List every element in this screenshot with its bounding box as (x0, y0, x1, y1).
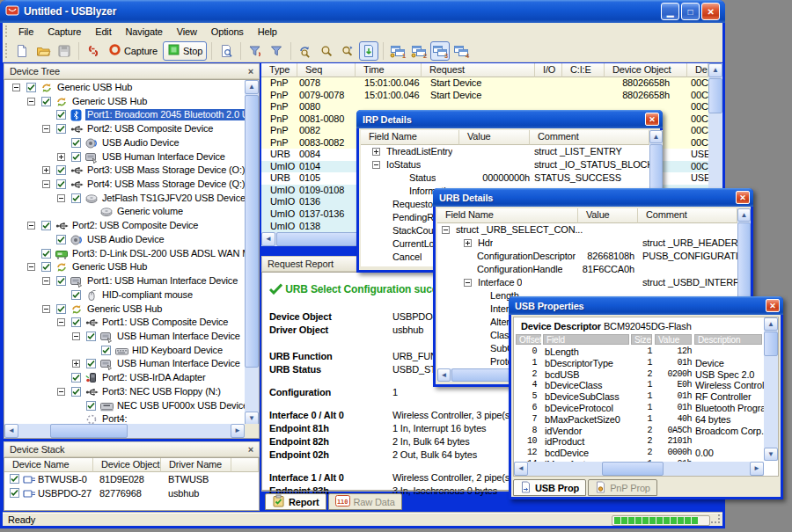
device-tree-hscrollbar[interactable]: ◄ ► (4, 424, 245, 438)
detail-row[interactable]: Hdrstruct _URB_HEADER (437, 237, 737, 250)
autoscroll-button[interactable] (359, 41, 378, 61)
close-button[interactable]: ✕ (701, 3, 720, 20)
tree-item[interactable]: Port3: D-Link DSL-200 USB ADSL WAN Modem (5, 247, 245, 261)
detail-row[interactable]: ThreadListEntrystruct _LIST_ENTRY (361, 145, 649, 158)
tree-item[interactable]: Port3: NEC USB Floppy (N:) (5, 385, 245, 399)
checkbox-checked[interactable] (41, 262, 51, 272)
collapse-icon[interactable] (57, 388, 65, 396)
tree-item[interactable]: HID Keyboard Device (5, 344, 245, 358)
menu-view[interactable]: View (170, 25, 204, 39)
open-file-button[interactable] (33, 41, 53, 61)
irp-details-titlebar[interactable]: IRP Details ✕ (356, 110, 663, 128)
checkbox-checked[interactable] (101, 346, 111, 355)
tree-item[interactable]: Port1: Broadcom 2045 Bluetooth 2.0 USB (5, 108, 245, 122)
collapse-icon[interactable] (27, 222, 35, 230)
usb-properties-vscrollbar[interactable]: ▲ ▼ (764, 317, 778, 461)
layout-4-button[interactable]: 4 (451, 41, 471, 61)
collapse-icon[interactable] (57, 194, 65, 202)
expand-icon[interactable] (72, 360, 80, 368)
descriptor-row[interactable]: 2bcdUSB20200hUSB Spec 2.0 (514, 369, 762, 381)
descriptor-row[interactable]: 10idProduct22101h (514, 436, 762, 448)
tree-item[interactable]: USB Human Interface Device (5, 150, 245, 164)
tree-item[interactable]: USB Audio Device (5, 233, 245, 247)
collapse-icon[interactable] (72, 332, 80, 340)
title-bar[interactable]: Untitled - USBlyzer ▁ □ ✕ (0, 0, 725, 23)
collapse-icon[interactable] (12, 84, 20, 91)
checkbox-checked[interactable] (41, 249, 51, 259)
column-header-field-name[interactable]: Field Name (361, 130, 459, 145)
column-header-request[interactable]: Request (422, 63, 535, 77)
layout-1-button[interactable]: 1 (388, 41, 407, 61)
find-button[interactable] (317, 41, 336, 61)
descriptor-row[interactable]: 7bMaxPacketSize0140h64 bytes (514, 414, 762, 426)
column-header-time[interactable]: Time (356, 63, 422, 77)
find-next-button[interactable] (338, 41, 357, 61)
column-header-c-i-e[interactable]: C:I:E (562, 63, 605, 77)
descriptor-row[interactable]: 12bcdDevice20000h0.00 (514, 448, 762, 459)
tree-item[interactable]: Generic volume (5, 205, 245, 219)
checkbox-checked[interactable] (41, 97, 51, 106)
prop-column-value[interactable]: Value (655, 334, 692, 345)
expand-icon[interactable] (42, 166, 50, 174)
column-header-device-object[interactable]: Device Object (93, 458, 161, 472)
device-tree-close-icon[interactable]: × (248, 68, 253, 76)
column-header-value[interactable]: Value (578, 208, 638, 223)
checkbox-checked[interactable] (10, 488, 19, 498)
layout-3-button[interactable]: 3 (430, 41, 450, 61)
checkbox-checked[interactable] (56, 276, 66, 286)
checkbox-checked[interactable] (71, 317, 81, 327)
tree-item[interactable]: Port2: USB-IrDA Adapter (5, 371, 245, 385)
checkbox-checked[interactable] (10, 474, 19, 484)
detail-row[interactable]: IoStatusstruct _IO_STATUS_BLOCK (361, 158, 649, 171)
collapse-icon[interactable] (42, 125, 50, 133)
tree-item[interactable]: JetFlash TS1GJFV20 USB Device (5, 192, 245, 206)
checkbox-checked[interactable] (56, 304, 66, 314)
report-tab-report[interactable]: Report (265, 493, 326, 510)
device-tree-vscrollbar[interactable]: ▲ ▼ (245, 80, 259, 426)
new-file-button[interactable] (12, 41, 32, 61)
detail-row[interactable]: ConfigurationDescriptor82668108hPUSB_CON… (437, 250, 737, 263)
checkbox-checked[interactable] (26, 83, 36, 92)
checkbox-checked[interactable] (56, 124, 66, 134)
filter-capture-button[interactable] (246, 41, 265, 61)
checkbox-checked[interactable] (41, 221, 51, 230)
tree-item[interactable]: Port1: USB Human Interface Device (5, 274, 245, 288)
descriptor-row[interactable]: 5bDeviceSubClass101hRF Controller (514, 391, 762, 403)
tree-item[interactable]: USB Human Interface Device (5, 357, 245, 371)
detail-row[interactable]: struct _URB_SELECT_CON... (437, 223, 737, 237)
expand-icon[interactable] (372, 148, 380, 156)
checkbox-checked[interactable] (71, 373, 81, 383)
find-previous-button[interactable] (296, 41, 315, 61)
prop-column-offset[interactable]: Offset (516, 334, 541, 345)
column-header-i-o[interactable]: I/O (535, 63, 562, 77)
irp-details-close-icon[interactable]: ✕ (645, 113, 659, 126)
column-header-seq[interactable]: Seq (297, 63, 356, 77)
descriptor-row[interactable]: 8idVendor20A5ChBroadcom Corp. (514, 426, 762, 437)
device-stack-row[interactable]: USBPDO-2782776968usbhub (4, 486, 259, 500)
checkbox-checked[interactable] (71, 152, 81, 162)
capture-button[interactable]: Capture (105, 41, 161, 61)
checkbox-checked[interactable] (56, 165, 66, 175)
menu-grip[interactable] (5, 26, 8, 37)
save-button[interactable] (55, 41, 74, 61)
filter-display-button[interactable] (267, 41, 286, 61)
expand-icon[interactable] (57, 153, 65, 161)
event-row[interactable]: PnP007815:01:00.046Start Device88026658h… (261, 77, 708, 90)
urb-details-titlebar[interactable]: URB Details ✕ (433, 188, 753, 207)
column-header-de[interactable]: De (687, 63, 708, 77)
event-row[interactable]: PnP0079-007815:01:00.046Start Device8802… (261, 90, 708, 102)
tree-item[interactable]: Port2: USB Composite Device (5, 122, 245, 136)
menu-help[interactable]: Help (251, 25, 284, 39)
detail-row[interactable]: Status00000000hSTATUS_SUCCESS (361, 171, 649, 185)
minimize-button[interactable]: ▁ (661, 3, 679, 20)
tree-item[interactable]: Port3: USB Mass Storage Device (O:) (5, 164, 245, 178)
maximize-button[interactable]: □ (681, 3, 700, 20)
column-header-type[interactable]: Type (261, 63, 297, 77)
tree-item[interactable]: Port2: USB Composite Device (5, 219, 245, 233)
checkbox-checked[interactable] (86, 359, 96, 368)
expand-icon[interactable] (464, 239, 472, 247)
menu-navigate[interactable]: Navigate (119, 25, 170, 39)
column-header-device-object[interactable]: Device Object (605, 63, 687, 77)
detail-row[interactable]: Interface 0struct _USBD_INTERFACE_INFORM… (437, 276, 737, 289)
descriptor-row[interactable]: 4bDeviceClass1E0hWireless Controller (514, 380, 762, 391)
